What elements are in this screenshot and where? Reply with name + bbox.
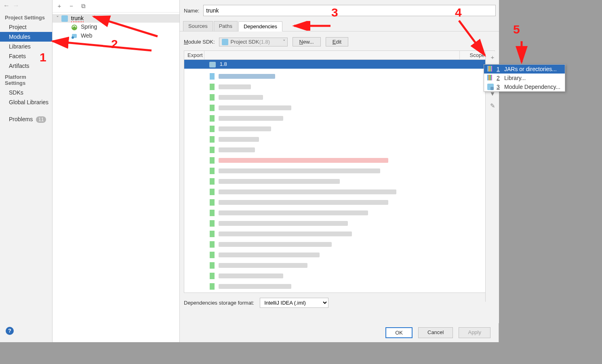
- annotation-4: 4: [455, 6, 462, 19]
- add-dependency-popup: 1 JARs or directories... 2 Library... 3 …: [484, 64, 565, 92]
- tree-label-trunk: trunk: [71, 15, 84, 22]
- module-name-input[interactable]: [203, 5, 496, 16]
- folder-icon: [61, 15, 68, 22]
- annotation-arrow-5: [515, 40, 531, 68]
- tree-node-trunk[interactable]: ˅ trunk: [53, 14, 179, 23]
- popup-item-library[interactable]: 2 Library...: [484, 74, 565, 82]
- popup-label-module-dep: Module Dependency...: [504, 84, 560, 90]
- blurred-dependencies-list: [185, 71, 494, 292]
- name-label: Name:: [184, 8, 199, 14]
- nav-forward-icon[interactable]: →: [12, 2, 20, 10]
- tree-label-spring: Spring: [81, 23, 97, 30]
- annotation-1: 1: [40, 50, 46, 64]
- nav-item-problems[interactable]: Problems 11: [0, 114, 52, 124]
- nav-item-project[interactable]: Project: [0, 22, 52, 32]
- web-icon: [71, 33, 78, 39]
- module-sdk-label: Module SDK:: [184, 39, 215, 45]
- nav-header-platform: Platform Settings: [0, 71, 52, 88]
- popup-key-3: 3: [495, 84, 501, 90]
- ok-button[interactable]: OK: [385, 327, 413, 338]
- nav-item-problems-label: Problems: [9, 116, 33, 122]
- help-icon[interactable]: ?: [6, 327, 14, 335]
- nav-item-modules[interactable]: Modules: [0, 32, 52, 42]
- spring-icon: [71, 24, 78, 31]
- new-sdk-button[interactable]: New...: [293, 37, 321, 46]
- module-dep-icon: [487, 84, 494, 90]
- tab-paths[interactable]: Paths: [214, 21, 238, 31]
- apply-button[interactable]: Apply: [459, 327, 490, 338]
- folder-icon: [209, 62, 216, 67]
- dependencies-table: Export Scope 1.8: [184, 50, 495, 293]
- chevron-down-icon: ˅: [283, 39, 286, 45]
- edit-dependency-icon[interactable]: ✎: [486, 100, 499, 112]
- add-dependency-icon[interactable]: +: [486, 51, 499, 63]
- problems-count-badge: 11: [36, 116, 46, 123]
- tree-node-spring[interactable]: Spring: [53, 23, 179, 31]
- popup-label-library: Library...: [504, 75, 526, 81]
- tab-dependencies[interactable]: Dependencies: [238, 21, 282, 32]
- module-tabs: Sources Paths Dependencies: [180, 21, 499, 32]
- popup-item-jars[interactable]: 1 JARs or directories...: [484, 65, 565, 74]
- copy-module-icon[interactable]: ⧉: [79, 2, 88, 11]
- nav-item-global-libraries[interactable]: Global Libraries: [0, 97, 52, 107]
- sdk-version: (1.8): [259, 39, 270, 45]
- project-structure-dialog: ← → Project Settings Project Modules Lib…: [0, 0, 499, 342]
- tree-label-web: Web: [81, 32, 93, 39]
- edit-sdk-button[interactable]: Edit: [326, 37, 348, 46]
- expand-collapse-icon[interactable]: ˅: [55, 15, 60, 21]
- sdk-name: Project SDK: [231, 39, 259, 45]
- detail-panel: Name: Sources Paths Dependencies Module …: [180, 0, 499, 323]
- annotation-2: 2: [111, 37, 118, 51]
- svg-point-2: [72, 36, 74, 39]
- popup-key-1: 1: [495, 66, 501, 72]
- storage-format-dropdown[interactable]: IntelliJ IDEA (.iml): [260, 298, 328, 308]
- column-export[interactable]: Export: [184, 51, 204, 59]
- module-panel: + − ⧉ ˅ trunk Spring: [53, 0, 180, 342]
- add-module-icon[interactable]: +: [55, 2, 64, 11]
- nav-header-project: Project Settings: [0, 11, 52, 22]
- nav-item-libraries[interactable]: Libraries: [0, 42, 52, 51]
- nav-item-sdks[interactable]: SDKs: [0, 88, 52, 97]
- popup-key-2: 2: [495, 75, 501, 81]
- annotation-5: 5: [513, 23, 520, 36]
- dep-row-selected[interactable]: 1.8: [184, 60, 495, 69]
- folder-icon: [222, 39, 228, 45]
- cancel-button[interactable]: Cancel: [418, 327, 453, 338]
- nav-back-icon[interactable]: ←: [2, 2, 11, 10]
- storage-format-label: Dependencies storage format:: [184, 300, 254, 306]
- library-icon: [487, 75, 494, 81]
- popup-item-module-dep[interactable]: 3 Module Dependency...: [484, 82, 565, 91]
- jar-icon: [487, 66, 494, 72]
- dep-row-label: 1.8: [220, 61, 227, 67]
- remove-module-icon[interactable]: −: [67, 2, 76, 11]
- module-sdk-dropdown[interactable]: Project SDK (1.8) ˅: [219, 38, 288, 46]
- annotation-3: 3: [331, 6, 338, 19]
- popup-label-jars: JARs or directories...: [504, 66, 557, 72]
- tab-sources[interactable]: Sources: [183, 21, 213, 31]
- column-name[interactable]: [204, 51, 460, 59]
